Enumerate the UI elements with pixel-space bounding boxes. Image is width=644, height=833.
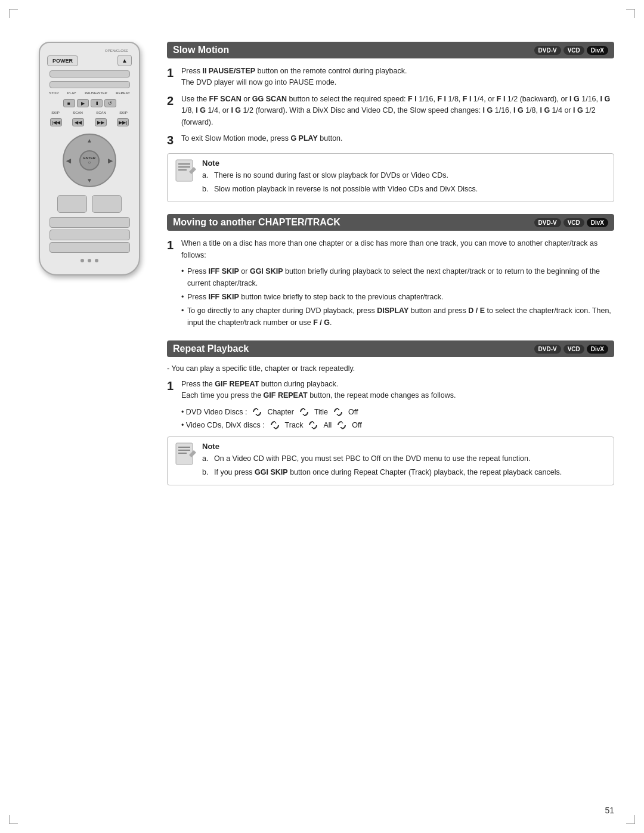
skip-scan-labels: SKIP SCAN SCAN SKIP — [45, 111, 134, 114]
skip-back-button[interactable]: |◀◀ — [50, 118, 62, 126]
step-number-2: 2 — [167, 94, 177, 128]
badge-dvdv-1: DVD-V — [534, 46, 561, 55]
chapter-step-number: 1 — [167, 238, 177, 261]
badge-vcd-1: VCD — [564, 46, 584, 55]
step1-content: Press II PAUSE/STEP button on the remote… — [181, 66, 407, 89]
chapter-bullets: Press IFF SKIP or GGI SKIP button briefl… — [181, 266, 614, 329]
pause-button[interactable]: ⏸ — [91, 99, 103, 107]
note-item-2b: b. If you press GGI SKIP button once dur… — [202, 467, 606, 478]
rect-btn-2[interactable] — [49, 230, 130, 240]
slow-motion-step1: 1 Press II PAUSE/STEP button on the remo… — [167, 66, 614, 89]
chapter-track-title: Moving to another CHAPTER/TRACK — [173, 217, 340, 228]
dpad-right[interactable]: ▶ — [108, 157, 113, 164]
dot-2 — [88, 259, 91, 262]
remote-body: OPEN/CLOSE POWER ▲ STOP PLAY PAUSE•STEP … — [39, 42, 140, 275]
note-content-2: Note a. On a Video CD with PBC, you must… — [202, 442, 606, 481]
enter-button[interactable]: ENTER ○ — [79, 150, 100, 171]
note-label-1b: b. — [202, 184, 210, 195]
stop-button[interactable]: ■ — [63, 99, 75, 107]
repeat-step1: 1 Press the GIF REPEAT button during pla… — [167, 379, 614, 402]
badge-divx-1: DivX — [587, 46, 608, 55]
repeat-playback-header: Repeat Playback DVD-V VCD DivX — [167, 340, 614, 357]
dvd-row: • DVD Video Discs : Chapter — [181, 407, 614, 417]
chapter-bullet-2: Press IFF SKIP button twice briefly to s… — [181, 292, 614, 303]
content-panel: Slow Motion DVD-V VCD DivX 1 Press II PA… — [167, 42, 614, 497]
repeat-playback-section: Repeat Playback DVD-V VCD DivX - You can… — [167, 340, 614, 485]
scan-back-button[interactable]: ◀◀ — [72, 118, 84, 126]
note-title-1: Note — [202, 159, 606, 168]
svg-rect-7 — [178, 450, 190, 451]
repeat-button[interactable]: ↺ — [104, 99, 116, 107]
chapter-bullet-1: Press IFF SKIP or GGI SKIP button briefl… — [181, 266, 614, 289]
wide-btn-2[interactable] — [49, 81, 130, 88]
note-item-1b: b. Slow motion playback in reverse is no… — [202, 184, 606, 195]
note-icon-2 — [175, 442, 196, 469]
note-content-1: Note a. There is no sound during fast or… — [202, 159, 606, 197]
vcd-repeat-row: • Video CDs, DivX discs : Track — [181, 420, 614, 431]
svg-rect-3 — [178, 169, 187, 171]
badge-divx-2: DivX — [587, 218, 608, 227]
wide-btn-1[interactable] — [49, 70, 130, 78]
svg-rect-2 — [178, 166, 190, 168]
note-icon-1 — [175, 159, 196, 185]
transport-labels: STOP PLAY PAUSE•STEP REPEAT — [45, 91, 134, 95]
chapter-track-section: Moving to another CHAPTER/TRACK DVD-V VC… — [167, 214, 614, 329]
power-button[interactable]: POWER — [47, 55, 78, 66]
remote-top-row: POWER ▲ — [45, 55, 134, 66]
slow-motion-badges: DVD-V VCD DivX — [534, 46, 608, 55]
note-label-2b: b. — [202, 467, 210, 478]
note-text-1b: Slow motion playback in reverse is not p… — [214, 184, 478, 195]
rect-btn-3[interactable] — [49, 242, 130, 253]
scan-fwd-button[interactable]: ▶▶ — [95, 118, 107, 126]
dvd-off-label: Off — [348, 408, 358, 416]
dot-1 — [80, 259, 84, 262]
dot-3 — [95, 259, 98, 262]
dpad-outer[interactable]: ▲ ▼ ◀ ▶ ENTER ○ — [63, 134, 116, 187]
skip-label-right: SKIP — [119, 111, 128, 114]
chapter-step1-content: When a title on a disc has more than one… — [181, 238, 614, 261]
step-number-1: 1 — [167, 66, 177, 89]
stop-label: STOP — [49, 91, 58, 95]
rect-btns — [45, 217, 134, 253]
sq-btn-right[interactable] — [92, 195, 122, 213]
slow-motion-section: Slow Motion DVD-V VCD DivX 1 Press II PA… — [167, 42, 614, 202]
chapter-bullet-3: To go directly to any chapter during DVD… — [181, 305, 614, 329]
chapter-track-header: Moving to another CHAPTER/TRACK DVD-V VC… — [167, 214, 614, 231]
svg-rect-8 — [178, 453, 187, 454]
note-title-2: Note — [202, 442, 606, 451]
sq-btn-left[interactable] — [57, 195, 87, 213]
skip-fwd-button[interactable]: ▶▶| — [117, 118, 129, 126]
note-text-2b: If you press GGI SKIP button once during… — [214, 467, 562, 478]
play-button[interactable]: ▶ — [77, 99, 89, 107]
page-number: 51 — [605, 806, 614, 815]
chapter-step1-text: When a title on a disc has more than one… — [181, 239, 597, 259]
badge-vcd-3: VCD — [564, 345, 584, 354]
repeat-intro: - You can play a specific title, chapter… — [167, 364, 614, 373]
svg-rect-1 — [178, 163, 190, 165]
chapter-track-step1: 1 When a title on a disc has more than o… — [167, 238, 614, 261]
repeat-step1-content: Press the GIF REPEAT button during playb… — [181, 379, 456, 402]
remote-dots — [80, 259, 98, 262]
repeat-icon-track — [270, 420, 280, 431]
dpad-down[interactable]: ▼ — [86, 177, 92, 184]
badge-dvdv-3: DVD-V — [534, 345, 561, 354]
play-label: PLAY — [67, 91, 76, 95]
repeat-icon-chapter — [252, 407, 262, 417]
skip-label-left: SKIP — [51, 111, 60, 114]
dvd-title-label: Title — [314, 408, 328, 416]
step2-content: Use the FF SCAN or GG SCAN button to sel… — [181, 94, 614, 128]
repeat-playback-badges: DVD-V VCD DivX — [534, 345, 608, 354]
repeat-icon-title — [299, 407, 309, 417]
power-label: POWER — [52, 58, 73, 64]
dvd-repeat-row: • DVD Video Discs : Chapter — [181, 407, 614, 417]
step-number-3: 3 — [167, 133, 177, 147]
skip-scan-row: |◀◀ ◀◀ ▶▶ ▶▶| — [45, 118, 134, 126]
dpad-left[interactable]: ◀ — [66, 157, 71, 164]
eject-button[interactable]: ▲ — [117, 55, 132, 66]
dpad-up[interactable]: ▲ — [86, 137, 92, 144]
note-text-2a: On a Video CD with PBC, you must set PBC… — [214, 453, 530, 465]
rect-btn-1[interactable] — [49, 217, 130, 228]
vcd-all-label: All — [323, 421, 332, 429]
scan-label-left: SCAN — [73, 111, 83, 114]
badge-divx-3: DivX — [587, 345, 608, 354]
